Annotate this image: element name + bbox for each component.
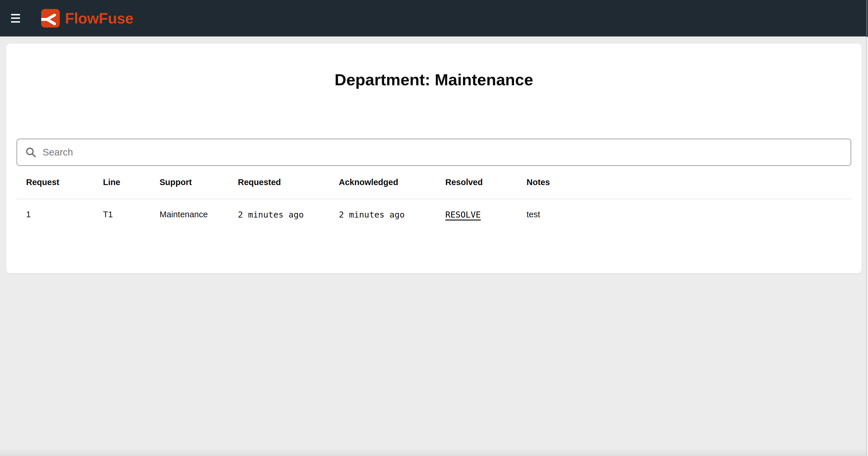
search-icon — [25, 147, 36, 158]
cell-acknowledged: 2 minutes ago — [339, 210, 445, 220]
window-scrollbar-track[interactable] — [866, 0, 868, 456]
resolve-link[interactable]: RESOLVE — [445, 210, 481, 220]
search-box — [17, 139, 851, 166]
column-header-resolved: Resolved — [445, 178, 527, 187]
window-bottom-shade — [0, 449, 868, 456]
column-header-line: Line — [103, 178, 160, 187]
column-header-notes: Notes — [527, 178, 851, 187]
page-title: Department: Maintenance — [6, 43, 862, 89]
hamburger-icon — [11, 14, 20, 16]
flowfuse-logo-text: FlowFuse — [65, 9, 133, 27]
cell-line: T1 — [103, 210, 160, 219]
search-input[interactable] — [42, 147, 850, 158]
main-content: Department: Maintenance Request Line Sup… — [0, 43, 868, 273]
column-header-request: Request — [26, 178, 103, 187]
flowfuse-logo[interactable]: FlowFuse — [41, 9, 133, 28]
table-row: 1 T1 Maintenance 2 minutes ago 2 minutes… — [17, 199, 851, 230]
cell-requested: 2 minutes ago — [238, 210, 339, 220]
column-header-acknowledged: Acknowledged — [339, 178, 445, 187]
column-header-support: Support — [160, 178, 238, 187]
top-nav: FlowFuse — [0, 0, 868, 37]
requests-table: Request Line Support Requested Acknowled… — [17, 166, 851, 230]
cell-notes: test — [527, 210, 851, 219]
column-header-requested: Requested — [238, 178, 339, 187]
scrollbar-header-segment — [867, 0, 868, 37]
cell-support: Maintenance — [160, 210, 238, 219]
table-header-row: Request Line Support Requested Acknowled… — [17, 166, 851, 199]
cell-request: 1 — [26, 210, 103, 219]
content-card: Department: Maintenance Request Line Sup… — [6, 43, 862, 273]
hamburger-menu-button[interactable] — [11, 14, 20, 23]
flowfuse-branch-icon — [41, 9, 60, 28]
